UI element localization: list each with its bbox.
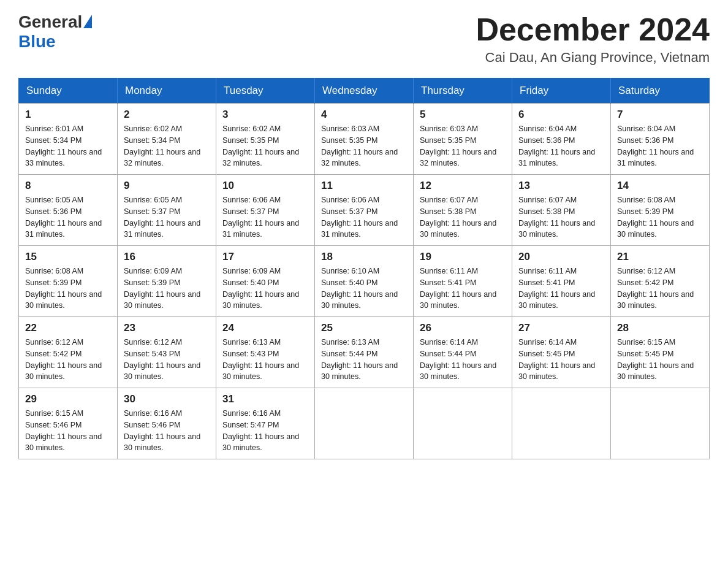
calendar-cell: 4 Sunrise: 6:03 AM Sunset: 5:35 PM Dayli…	[315, 104, 414, 175]
day-info: Sunrise: 6:02 AM Sunset: 5:35 PM Dayligh…	[222, 123, 308, 169]
calendar-cell: 24 Sunrise: 6:13 AM Sunset: 5:43 PM Dayl…	[216, 317, 315, 388]
calendar-cell: 2 Sunrise: 6:02 AM Sunset: 5:34 PM Dayli…	[118, 104, 216, 175]
day-number: 8	[25, 180, 111, 192]
day-info: Sunrise: 6:06 AM Sunset: 5:37 PM Dayligh…	[321, 194, 407, 240]
week-row-3: 15 Sunrise: 6:08 AM Sunset: 5:39 PM Dayl…	[19, 246, 710, 317]
day-info: Sunrise: 6:09 AM Sunset: 5:39 PM Dayligh…	[124, 266, 210, 312]
calendar-cell: 11 Sunrise: 6:06 AM Sunset: 5:37 PM Dayl…	[315, 175, 414, 246]
day-number: 19	[420, 251, 506, 263]
calendar-cell: 21 Sunrise: 6:12 AM Sunset: 5:42 PM Dayl…	[611, 246, 710, 317]
day-number: 21	[617, 251, 703, 263]
calendar-cell: 30 Sunrise: 6:16 AM Sunset: 5:46 PM Dayl…	[118, 388, 216, 459]
calendar-cell: 15 Sunrise: 6:08 AM Sunset: 5:39 PM Dayl…	[19, 246, 118, 317]
day-number: 14	[617, 180, 703, 192]
week-row-1: 1 Sunrise: 6:01 AM Sunset: 5:34 PM Dayli…	[19, 104, 710, 175]
calendar-cell: 22 Sunrise: 6:12 AM Sunset: 5:42 PM Dayl…	[19, 317, 118, 388]
day-number: 5	[420, 109, 506, 121]
calendar-cell: 13 Sunrise: 6:07 AM Sunset: 5:38 PM Dayl…	[512, 175, 611, 246]
day-info: Sunrise: 6:05 AM Sunset: 5:36 PM Dayligh…	[25, 194, 111, 240]
day-number: 11	[321, 180, 407, 192]
week-row-2: 8 Sunrise: 6:05 AM Sunset: 5:36 PM Dayli…	[19, 175, 710, 246]
day-number: 9	[124, 180, 210, 192]
day-number: 30	[124, 393, 210, 405]
day-info: Sunrise: 6:12 AM Sunset: 5:43 PM Dayligh…	[124, 337, 210, 383]
day-info: Sunrise: 6:09 AM Sunset: 5:40 PM Dayligh…	[222, 266, 308, 312]
calendar-cell: 28 Sunrise: 6:15 AM Sunset: 5:45 PM Dayl…	[611, 317, 710, 388]
day-number: 10	[222, 180, 308, 192]
page-header: General Blue December 2024 Cai Dau, An G…	[18, 12, 710, 66]
logo-text: General	[18, 12, 92, 32]
day-number: 31	[222, 393, 308, 405]
day-info: Sunrise: 6:15 AM Sunset: 5:46 PM Dayligh…	[25, 408, 111, 454]
day-info: Sunrise: 6:08 AM Sunset: 5:39 PM Dayligh…	[617, 194, 703, 240]
calendar-cell: 17 Sunrise: 6:09 AM Sunset: 5:40 PM Dayl…	[216, 246, 315, 317]
day-info: Sunrise: 6:06 AM Sunset: 5:37 PM Dayligh…	[222, 194, 308, 240]
header-tuesday: Tuesday	[216, 79, 315, 104]
calendar-table: SundayMondayTuesdayWednesdayThursdayFrid…	[18, 78, 710, 459]
day-info: Sunrise: 6:03 AM Sunset: 5:35 PM Dayligh…	[420, 123, 506, 169]
logo: General Blue	[18, 12, 92, 52]
calendar-cell: 18 Sunrise: 6:10 AM Sunset: 5:40 PM Dayl…	[315, 246, 414, 317]
day-info: Sunrise: 6:16 AM Sunset: 5:46 PM Dayligh…	[124, 408, 210, 454]
day-info: Sunrise: 6:10 AM Sunset: 5:40 PM Dayligh…	[321, 266, 407, 312]
calendar-cell: 31 Sunrise: 6:16 AM Sunset: 5:47 PM Dayl…	[216, 388, 315, 459]
day-number: 2	[124, 109, 210, 121]
calendar-cell: 6 Sunrise: 6:04 AM Sunset: 5:36 PM Dayli…	[512, 104, 611, 175]
day-info: Sunrise: 6:11 AM Sunset: 5:41 PM Dayligh…	[518, 266, 604, 312]
calendar-cell	[414, 388, 512, 459]
logo-general: General	[18, 12, 82, 32]
month-title: December 2024	[476, 12, 710, 47]
calendar-cell: 7 Sunrise: 6:04 AM Sunset: 5:36 PM Dayli…	[611, 104, 710, 175]
day-number: 12	[420, 180, 506, 192]
day-number: 16	[124, 251, 210, 263]
title-area: December 2024 Cai Dau, An Giang Province…	[476, 12, 710, 66]
day-info: Sunrise: 6:15 AM Sunset: 5:45 PM Dayligh…	[617, 337, 703, 383]
day-number: 27	[518, 322, 604, 334]
header-thursday: Thursday	[414, 79, 512, 104]
day-number: 24	[222, 322, 308, 334]
header-sunday: Sunday	[19, 79, 118, 104]
day-number: 1	[25, 109, 111, 121]
calendar-cell	[315, 388, 414, 459]
calendar-cell: 20 Sunrise: 6:11 AM Sunset: 5:41 PM Dayl…	[512, 246, 611, 317]
calendar-cell: 9 Sunrise: 6:05 AM Sunset: 5:37 PM Dayli…	[118, 175, 216, 246]
header-saturday: Saturday	[611, 79, 710, 104]
day-info: Sunrise: 6:04 AM Sunset: 5:36 PM Dayligh…	[617, 123, 703, 169]
day-number: 4	[321, 109, 407, 121]
day-info: Sunrise: 6:01 AM Sunset: 5:34 PM Dayligh…	[25, 123, 111, 169]
day-number: 25	[321, 322, 407, 334]
calendar-cell: 14 Sunrise: 6:08 AM Sunset: 5:39 PM Dayl…	[611, 175, 710, 246]
day-info: Sunrise: 6:07 AM Sunset: 5:38 PM Dayligh…	[420, 194, 506, 240]
day-info: Sunrise: 6:12 AM Sunset: 5:42 PM Dayligh…	[25, 337, 111, 383]
week-row-5: 29 Sunrise: 6:15 AM Sunset: 5:46 PM Dayl…	[19, 388, 710, 459]
day-number: 13	[518, 180, 604, 192]
calendar-cell: 3 Sunrise: 6:02 AM Sunset: 5:35 PM Dayli…	[216, 104, 315, 175]
day-info: Sunrise: 6:13 AM Sunset: 5:44 PM Dayligh…	[321, 337, 407, 383]
day-number: 18	[321, 251, 407, 263]
day-info: Sunrise: 6:16 AM Sunset: 5:47 PM Dayligh…	[222, 408, 308, 454]
calendar-header-row: SundayMondayTuesdayWednesdayThursdayFrid…	[19, 79, 710, 104]
day-info: Sunrise: 6:14 AM Sunset: 5:45 PM Dayligh…	[518, 337, 604, 383]
calendar-cell: 10 Sunrise: 6:06 AM Sunset: 5:37 PM Dayl…	[216, 175, 315, 246]
day-number: 17	[222, 251, 308, 263]
header-monday: Monday	[118, 79, 216, 104]
day-number: 20	[518, 251, 604, 263]
calendar-cell: 12 Sunrise: 6:07 AM Sunset: 5:38 PM Dayl…	[414, 175, 512, 246]
calendar-cell: 26 Sunrise: 6:14 AM Sunset: 5:44 PM Dayl…	[414, 317, 512, 388]
week-row-4: 22 Sunrise: 6:12 AM Sunset: 5:42 PM Dayl…	[19, 317, 710, 388]
calendar-cell: 25 Sunrise: 6:13 AM Sunset: 5:44 PM Dayl…	[315, 317, 414, 388]
calendar-cell: 23 Sunrise: 6:12 AM Sunset: 5:43 PM Dayl…	[118, 317, 216, 388]
day-number: 26	[420, 322, 506, 334]
day-number: 7	[617, 109, 703, 121]
day-info: Sunrise: 6:14 AM Sunset: 5:44 PM Dayligh…	[420, 337, 506, 383]
calendar-cell	[611, 388, 710, 459]
day-number: 29	[25, 393, 111, 405]
calendar-cell: 8 Sunrise: 6:05 AM Sunset: 5:36 PM Dayli…	[19, 175, 118, 246]
day-number: 15	[25, 251, 111, 263]
day-info: Sunrise: 6:13 AM Sunset: 5:43 PM Dayligh…	[222, 337, 308, 383]
day-number: 28	[617, 322, 703, 334]
day-info: Sunrise: 6:07 AM Sunset: 5:38 PM Dayligh…	[518, 194, 604, 240]
calendar-cell: 1 Sunrise: 6:01 AM Sunset: 5:34 PM Dayli…	[19, 104, 118, 175]
calendar-cell	[512, 388, 611, 459]
day-info: Sunrise: 6:08 AM Sunset: 5:39 PM Dayligh…	[25, 266, 111, 312]
